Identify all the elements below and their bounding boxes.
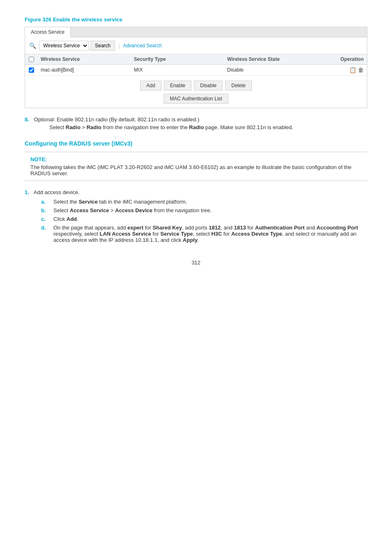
row-checkbox-col bbox=[25, 65, 37, 75]
sub-d-service-type: Service Type bbox=[160, 231, 193, 237]
sub-b-bold1: Access Service bbox=[70, 207, 109, 213]
search-icon: 🔍 bbox=[29, 42, 36, 49]
table-header: Wireless Service Security Type Wireless … bbox=[25, 54, 367, 65]
mac-auth-list-button[interactable]: MAC Authentication List bbox=[164, 94, 228, 104]
sub-step-b-label: b. bbox=[41, 207, 51, 213]
sub-step-c-text: Click Add. bbox=[53, 216, 78, 222]
sub-d-shared-key: Shared Key bbox=[152, 225, 182, 231]
sub-step-d: d. On the page that appears, add expert … bbox=[41, 225, 367, 243]
step-8-num: 8. bbox=[25, 116, 29, 123]
disable-button[interactable]: Disable bbox=[194, 81, 223, 90]
ui-panel: Access Service 🔍 Wireless Service Search… bbox=[25, 27, 367, 108]
sub-a-bold: Service bbox=[78, 199, 97, 205]
sub-d-device-type: Access Device Type bbox=[231, 231, 282, 237]
sub-d-lan-service: LAN Access Service bbox=[99, 231, 151, 237]
figure-title: Figure 326 Enable the wireless service bbox=[25, 16, 367, 23]
step-8-radio1: Radio bbox=[66, 124, 81, 130]
sub-d-apply: Apply bbox=[183, 237, 198, 243]
sub-d-acct-port: Accounting Port bbox=[316, 225, 358, 231]
step-8: 8. Optional: Enable 802.11n radio (By de… bbox=[25, 116, 367, 130]
sub-step-a-label: a. bbox=[41, 199, 51, 205]
sub-d-auth-port: Authentication Port bbox=[255, 225, 305, 231]
row-state: Disable bbox=[224, 65, 317, 75]
tab-access-service[interactable]: Access Service bbox=[25, 27, 71, 37]
add-button[interactable]: Add bbox=[140, 81, 161, 90]
sub-step-d-text: On the page that appears, add expert for… bbox=[53, 225, 367, 243]
row-security: MIX bbox=[131, 65, 224, 75]
page-number: 312 bbox=[25, 260, 367, 266]
step-8-text: Optional: Enable 802.11n radio (By defau… bbox=[34, 116, 199, 123]
table-area: Wireless Service Security Type Wireless … bbox=[25, 54, 367, 76]
section-heading-radius: Configuring the RADIUS server (iMCv3) bbox=[25, 140, 367, 147]
note-label: NOTE: bbox=[30, 156, 362, 162]
sub-steps: a. Select the Service tab in the iMC man… bbox=[41, 199, 367, 243]
step-1-num: 1. bbox=[25, 189, 29, 195]
tab-bar: Access Service bbox=[25, 27, 367, 37]
delete-icon[interactable]: 🗑 bbox=[358, 67, 364, 73]
sub-step-c: c. Click Add. bbox=[41, 216, 367, 222]
sub-d-h3c: H3C bbox=[211, 231, 222, 237]
note-text: The following takes the iMC (iMC PLAT 3.… bbox=[30, 164, 362, 176]
row-checkbox[interactable] bbox=[29, 67, 34, 73]
sub-step-a: a. Select the Service tab in the iMC man… bbox=[41, 199, 367, 205]
divider: | bbox=[118, 43, 120, 49]
col-header-operation: Operation bbox=[317, 54, 367, 64]
mac-auth-list-row: MAC Authentication List bbox=[25, 94, 367, 108]
sub-d-1813: 1813 bbox=[234, 225, 246, 231]
sub-d-1812: 1812 bbox=[209, 225, 221, 231]
op-icons: 📋 🗑 bbox=[321, 67, 364, 73]
col-header-service: Wireless Service bbox=[37, 54, 131, 64]
step-8-page: Radio bbox=[189, 124, 204, 130]
sub-step-b: b. Select Access Service > Access Device… bbox=[41, 207, 367, 213]
header-checkbox[interactable] bbox=[29, 57, 34, 62]
step-1: 1. Add access device. a. Select the Serv… bbox=[25, 189, 367, 243]
step-8-sub: Select Radio > Radio from the navigation… bbox=[49, 124, 367, 130]
enable-button[interactable]: Enable bbox=[164, 81, 191, 90]
search-button[interactable]: Search bbox=[90, 41, 115, 51]
sub-step-d-label: d. bbox=[41, 225, 51, 243]
col-header-security: Security Type bbox=[131, 54, 224, 64]
sub-step-c-label: c. bbox=[41, 216, 51, 222]
col-header-state: Wireless Service State bbox=[224, 54, 317, 64]
row-service: mac-auth[Bind] bbox=[37, 65, 131, 75]
note-box: NOTE: The following takes the iMC (iMC P… bbox=[25, 152, 367, 181]
col-header-check bbox=[25, 55, 37, 64]
delete-button[interactable]: Delete bbox=[225, 81, 252, 90]
row-operation: 📋 🗑 bbox=[317, 65, 367, 75]
step-8-radio2: Radio bbox=[87, 124, 101, 130]
search-bar: 🔍 Wireless Service Search | Advanced Sea… bbox=[25, 37, 367, 54]
edit-icon[interactable]: 📋 bbox=[349, 67, 356, 73]
advanced-search-link[interactable]: Advanced Search bbox=[123, 43, 162, 49]
search-select[interactable]: Wireless Service bbox=[39, 41, 89, 51]
sub-d-expert: expert bbox=[127, 225, 143, 231]
step-1-text: Add access device. bbox=[34, 189, 80, 195]
action-buttons: Add Enable Disable Delete bbox=[25, 76, 367, 94]
table-row: mac-auth[Bind] MIX Disable 📋 🗑 bbox=[25, 65, 367, 76]
sub-c-bold: Add bbox=[67, 216, 77, 222]
sub-step-b-text: Select Access Service > Access Device fr… bbox=[53, 207, 212, 213]
sub-b-bold2: Access Device bbox=[115, 207, 152, 213]
sub-step-a-text: Select the Service tab in the iMC manage… bbox=[53, 199, 187, 205]
